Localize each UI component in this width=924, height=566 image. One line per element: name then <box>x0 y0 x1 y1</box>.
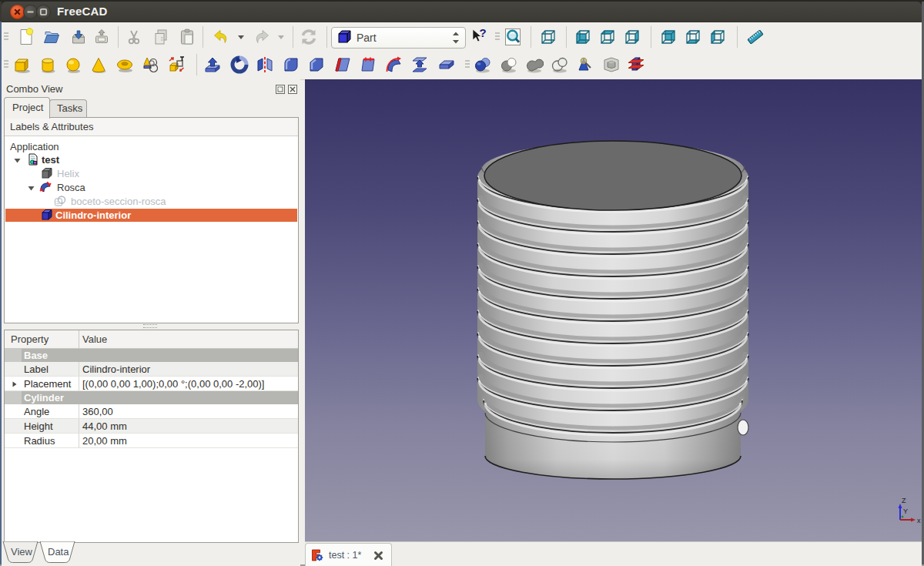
svg-text:Z: Z <box>902 497 906 504</box>
svg-text:Data: Data <box>48 546 69 558</box>
svg-text:Y: Y <box>903 507 908 515</box>
svg-text:x: x <box>917 517 921 524</box>
svg-text:View: View <box>11 546 33 558</box>
svg-text:?: ? <box>480 28 487 39</box>
